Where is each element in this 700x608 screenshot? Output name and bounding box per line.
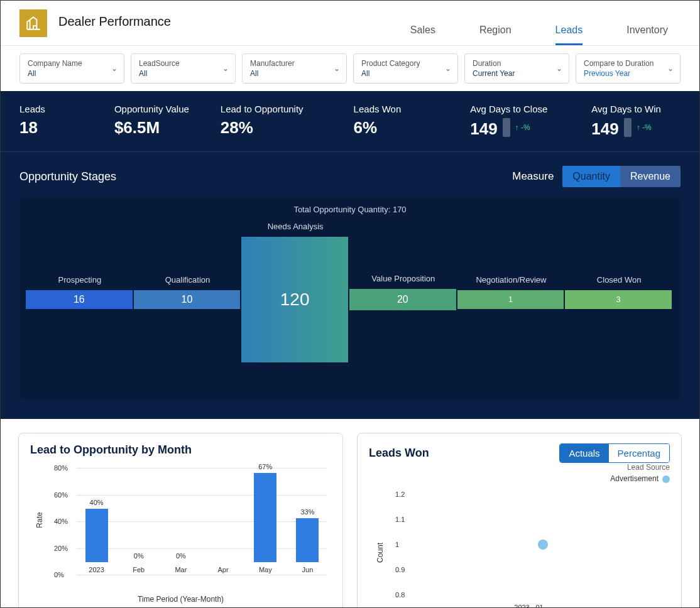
chart-title: Lead to Opportunity by Month — [30, 443, 331, 457]
y-tick: 1.2 — [395, 491, 405, 498]
funnel-total: Total Opportunity Quantity: 170 — [26, 205, 674, 214]
filter-compare[interactable]: Compare to Duration Previous Year ⌄ — [576, 53, 681, 84]
card-lead-to-opp-month: Lead to Opportunity by Month Rate 0%20%4… — [18, 433, 343, 608]
measure-toggle: Quantity Revenue — [562, 166, 681, 187]
sparkline-icon — [503, 118, 510, 137]
toggle-revenue[interactable]: Revenue — [620, 166, 681, 187]
chevron-down-icon: ⌄ — [445, 64, 451, 73]
stages-title: Opportunity Stages — [19, 170, 116, 183]
chevron-down-icon: ⌄ — [667, 64, 674, 73]
leads-won-toggle: Actuals Percentag — [559, 443, 670, 463]
bar-label: 40% — [90, 499, 104, 506]
funnel-stage-block[interactable]: 20 — [349, 289, 456, 310]
filter-label: Company Name — [28, 59, 116, 68]
kpi-leads-won: Leads Won 6% — [354, 104, 402, 139]
y-axis-label: Rate — [35, 512, 44, 528]
tab-leads[interactable]: Leads — [555, 24, 583, 45]
filter-value: All — [28, 69, 116, 78]
kpi-row: Leads 18 Opportunity Value $6.5M Lead to… — [1, 91, 699, 152]
chevron-down-icon: ⌄ — [222, 64, 229, 73]
toggle-quantity[interactable]: Quantity — [562, 166, 620, 187]
toggle-actuals[interactable]: Actuals — [560, 444, 608, 462]
bar-label: 0% — [176, 552, 186, 560]
y-tick: 20% — [54, 545, 68, 552]
filter-bar: Company Name All ⌄ LeadSource All ⌄ Manu… — [1, 46, 699, 91]
funnel-stage-block[interactable]: 16 — [26, 290, 133, 309]
measure-label: Measure — [512, 170, 554, 183]
funnel-stage-block[interactable]: 120 — [241, 237, 348, 362]
funnel-stage-block[interactable]: 3 — [565, 290, 672, 309]
chevron-down-icon: ⌄ — [556, 64, 562, 73]
funnel-stage-label: Negotiation/Review — [458, 275, 565, 285]
bar-label: 0% — [134, 552, 144, 560]
filter-company[interactable]: Company Name All ⌄ — [19, 53, 124, 84]
chevron-down-icon: ⌄ — [334, 64, 340, 73]
tab-region[interactable]: Region — [479, 24, 511, 45]
tab-inventory[interactable]: Inventory — [626, 24, 668, 45]
kpi-lead-to-opp: Lead to Opportunity 28% — [221, 104, 304, 139]
y-tick: 1.1 — [395, 516, 405, 523]
legend-item: Advertisement — [369, 474, 670, 483]
x-tick: Apr — [218, 566, 229, 573]
chart-title: Leads Won — [369, 447, 429, 460]
bar-label: 33% — [300, 508, 314, 516]
filter-duration[interactable]: Duration Current Year ⌄ — [464, 53, 569, 84]
y-tick: 60% — [54, 491, 68, 499]
bar[interactable]: 67% — [254, 473, 276, 562]
app-logo — [19, 9, 47, 37]
bar-chart: Rate 0%20%40%60%80%40%20230%Feb0%MarApr6… — [49, 465, 327, 591]
x-tick: Feb — [133, 566, 145, 573]
tab-sales[interactable]: Sales — [410, 24, 435, 45]
y-tick: 40% — [54, 518, 68, 525]
bar[interactable]: 33% — [296, 518, 319, 562]
chevron-down-icon: ⌄ — [111, 64, 118, 73]
delta-badge: ↑ -% — [637, 123, 652, 132]
toggle-percentage[interactable]: Percentag — [609, 444, 669, 462]
x-tick: 2023 - 01 — [514, 604, 543, 608]
y-tick: 80% — [54, 464, 68, 472]
x-tick: Mar — [175, 566, 187, 573]
legend-swatch-icon — [662, 475, 670, 483]
bar-label: 67% — [258, 463, 272, 470]
kpi-avg-win: Avg Days to Win 149 ↑ -% — [591, 104, 661, 139]
funnel-stage-label: Prospecting — [26, 275, 133, 285]
funnel-stage-block[interactable]: 10 — [134, 290, 241, 309]
funnel-stage-label: Needs Analysis — [242, 222, 349, 231]
funnel-chart: Total Opportunity Quantity: 170 Prospect… — [19, 197, 681, 400]
tab-bar: Sales Region Leads Inventory — [410, 9, 687, 45]
legend-title: Lead Source — [369, 463, 670, 472]
page-title: Dealer Performance — [58, 14, 171, 29]
plot-area — [415, 492, 670, 600]
scatter-chart: Count 0.80.911.11.22023 - 01 — [388, 492, 670, 608]
kpi-leads: Leads 18 — [19, 104, 45, 139]
x-tick: May — [259, 566, 272, 573]
bar[interactable]: 40% — [85, 509, 108, 562]
y-axis-label: Count — [376, 543, 385, 563]
kpi-opportunity-value: Opportunity Value $6.5M — [114, 104, 189, 139]
kpi-avg-close: Avg Days to Close 149 ↑ -% — [470, 104, 547, 139]
y-tick: 0.8 — [395, 591, 405, 599]
filter-manufacturer[interactable]: Manufacturer All ⌄ — [242, 53, 347, 84]
bars: 40%20230%Feb0%MarApr67%May33%Jun — [77, 465, 327, 573]
x-axis-label: Time Period (Year-Month) — [30, 595, 331, 604]
gridline — [77, 575, 327, 575]
sparkline-icon — [624, 118, 632, 137]
y-tick: 0.9 — [395, 566, 405, 573]
funnel-stage-label: Value Proposition — [350, 274, 457, 283]
funnel-stage-block[interactable]: 1 — [457, 290, 564, 309]
funnel-stage-label: Qualification — [134, 275, 241, 285]
x-tick: 2023 — [89, 566, 104, 573]
y-tick: 0% — [54, 571, 64, 578]
y-tick: 1 — [395, 541, 399, 548]
funnel-stage-label: Closed Won — [566, 275, 672, 285]
filter-leadsource[interactable]: LeadSource All ⌄ — [131, 53, 236, 84]
data-point[interactable] — [538, 540, 548, 550]
filter-product-category[interactable]: Product Category All ⌄ — [353, 53, 458, 84]
x-tick: Jun — [302, 566, 314, 573]
card-leads-won: Leads Won Actuals Percentag Lead Source … — [357, 433, 682, 608]
delta-badge: ↑ -% — [515, 123, 530, 132]
